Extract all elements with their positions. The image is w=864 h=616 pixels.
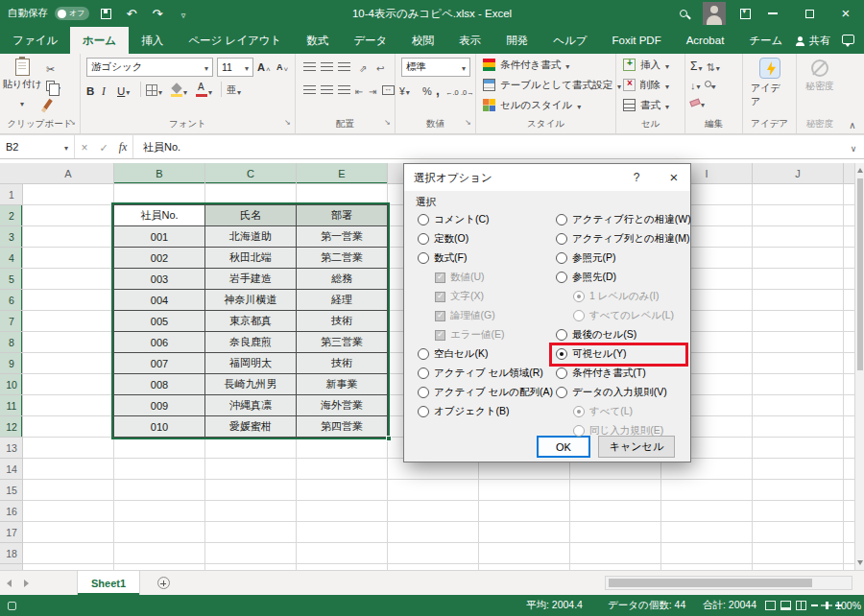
horizontal-scrollbar[interactable] xyxy=(605,576,852,590)
enter-entry-button[interactable] xyxy=(94,135,113,158)
table-header-cell[interactable]: 部署 xyxy=(297,205,388,226)
table-data-cell[interactable]: 神奈川横道 xyxy=(205,290,297,311)
decrease-indent-button[interactable] xyxy=(355,82,363,99)
cells-item-button[interactable]: 挿入 xyxy=(618,55,674,75)
name-box[interactable]: B2 xyxy=(0,135,75,158)
ribbon-tab-チーム[interactable]: チーム xyxy=(736,27,795,54)
zoom-out-button[interactable] xyxy=(811,604,818,606)
row-header-16[interactable]: 16 xyxy=(0,501,23,522)
table-data-cell[interactable]: 福岡明太 xyxy=(205,353,297,374)
dialog-option-left-10[interactable]: オブジェクト(B) xyxy=(418,404,509,419)
user-avatar[interactable] xyxy=(703,2,726,25)
ribbon-display-options-button[interactable] xyxy=(735,3,755,24)
align-bottom-button[interactable] xyxy=(338,59,350,76)
column-header-E[interactable]: E xyxy=(297,163,388,184)
dialog-option-left-9[interactable]: アクティブ セルの配列(A) xyxy=(418,385,553,400)
table-data-cell[interactable]: 東京都真 xyxy=(205,311,297,332)
save-button[interactable] xyxy=(96,3,115,24)
align-left-button[interactable] xyxy=(303,82,316,99)
wrap-text-button[interactable] xyxy=(376,59,384,76)
table-header-cell[interactable]: 社員No. xyxy=(114,205,205,226)
dialog-option-left-7[interactable]: 空白セル(K) xyxy=(418,346,489,362)
sheet-nav-next-button[interactable] xyxy=(17,571,35,595)
view-page-layout-button[interactable] xyxy=(780,601,791,610)
ribbon-tab-数式[interactable]: 数式 xyxy=(294,27,341,54)
format-painter-button[interactable] xyxy=(46,96,50,112)
row-header-2[interactable]: 2 xyxy=(0,205,23,226)
row-header-8[interactable]: 8 xyxy=(0,332,23,353)
font-name-select[interactable]: 游ゴシック xyxy=(86,58,213,77)
minimize-button[interactable] xyxy=(755,0,791,27)
table-data-cell[interactable]: 009 xyxy=(114,395,205,416)
dialog-option-right-0[interactable]: アクティブ行との相違(W) xyxy=(556,212,691,227)
table-data-cell[interactable]: 007 xyxy=(114,353,205,374)
add-sheet-button[interactable] xyxy=(154,574,173,593)
decrease-font-size-button[interactable]: A xyxy=(276,59,288,76)
borders-button[interactable] xyxy=(146,82,162,99)
comma-style-button[interactable] xyxy=(436,82,440,99)
number-format-select[interactable]: 標準 xyxy=(401,58,470,77)
dialog-option-right-8[interactable]: 条件付き書式(T) xyxy=(556,366,646,381)
table-header-cell[interactable]: 氏名 xyxy=(205,205,297,226)
collapse-ribbon-button[interactable] xyxy=(845,115,860,129)
dialog-option-right-3[interactable]: 参照先(D) xyxy=(556,270,616,285)
dialog-option-left-8[interactable]: アクティブ セル領域(R) xyxy=(418,366,543,381)
dialog-option-left-2[interactable]: 数式(F) xyxy=(418,250,467,266)
dialog-option-right-1[interactable]: アクティブ列との相違(M) xyxy=(556,231,689,247)
vertical-scrollbar[interactable] xyxy=(854,163,864,570)
underline-button[interactable] xyxy=(117,82,130,99)
row-header-7[interactable]: 7 xyxy=(0,311,23,332)
ribbon-tab-ページ レイアウト[interactable]: ページ レイアウト xyxy=(176,27,294,54)
table-data-cell[interactable]: 006 xyxy=(114,332,205,353)
dialog-help-button[interactable]: ? xyxy=(621,164,652,191)
table-data-cell[interactable]: 004 xyxy=(114,290,205,311)
percent-style-button[interactable] xyxy=(422,82,432,99)
decrease-decimal-button[interactable] xyxy=(461,82,474,99)
ribbon-tab-挿入[interactable]: 挿入 xyxy=(129,27,176,54)
insert-function-button[interactable]: fx xyxy=(113,135,132,158)
ribbon-tab-Foxit PDF[interactable]: Foxit PDF xyxy=(600,27,674,54)
font-color-button[interactable] xyxy=(196,82,212,99)
paste-button[interactable]: 貼り付け xyxy=(4,56,40,110)
bold-button[interactable] xyxy=(86,82,94,99)
table-data-cell[interactable]: 経理 xyxy=(297,290,388,311)
increase-decimal-button[interactable] xyxy=(445,82,459,99)
row-header-18[interactable]: 18 xyxy=(0,543,23,564)
ribbon-tab-表示[interactable]: 表示 xyxy=(446,27,493,54)
align-center-button[interactable] xyxy=(321,82,333,99)
dialog-close-button[interactable] xyxy=(658,164,690,191)
row-header-6[interactable]: 6 xyxy=(0,290,23,311)
search-button[interactable] xyxy=(674,3,693,24)
table-data-cell[interactable]: 第四営業 xyxy=(297,416,388,438)
ribbon-tab-校閲[interactable]: 校閲 xyxy=(399,27,446,54)
column-header-J[interactable]: J xyxy=(753,163,844,184)
table-data-cell[interactable]: 技術 xyxy=(297,353,388,374)
scrollbar-thumb[interactable] xyxy=(609,579,812,587)
orientation-button[interactable] xyxy=(359,59,367,76)
ribbon-tab-開発[interactable]: 開発 xyxy=(493,27,540,54)
dialog-option-right-2[interactable]: 参照元(P) xyxy=(556,250,616,266)
view-page-break-button[interactable] xyxy=(796,601,806,610)
font-dialog-launcher[interactable] xyxy=(282,119,293,130)
table-data-cell[interactable]: 奈良鹿煎 xyxy=(205,332,297,353)
table-data-cell[interactable]: 海外営業 xyxy=(297,395,388,416)
row-header-4[interactable]: 4 xyxy=(0,248,23,269)
zoom-level[interactable]: 100% xyxy=(835,595,861,616)
autosum-button[interactable]: Σ xyxy=(690,58,702,75)
column-header-A[interactable]: A xyxy=(23,163,114,184)
zoom-slider[interactable] xyxy=(821,604,832,606)
row-header-12[interactable]: 12 xyxy=(0,416,23,438)
ribbon-tab-ホーム[interactable]: ホーム xyxy=(70,27,129,54)
cells-item-button[interactable]: 書式 xyxy=(618,95,674,115)
autosave-toggle[interactable]: オフ xyxy=(55,7,89,20)
fill-button[interactable] xyxy=(690,76,701,93)
table-data-cell[interactable]: 新事業 xyxy=(297,374,388,395)
macro-record-icon[interactable] xyxy=(8,602,16,610)
column-header-C[interactable]: C xyxy=(205,163,297,184)
dialog-option-left-1[interactable]: 定数(O) xyxy=(418,231,468,247)
sort-filter-button[interactable] xyxy=(706,58,719,75)
maximize-button[interactable] xyxy=(791,0,828,27)
styles-item-button[interactable]: 条件付き書式 xyxy=(478,55,626,75)
sheet-tab-sheet1[interactable]: Sheet1 xyxy=(77,571,140,595)
table-data-cell[interactable]: 010 xyxy=(114,416,205,438)
